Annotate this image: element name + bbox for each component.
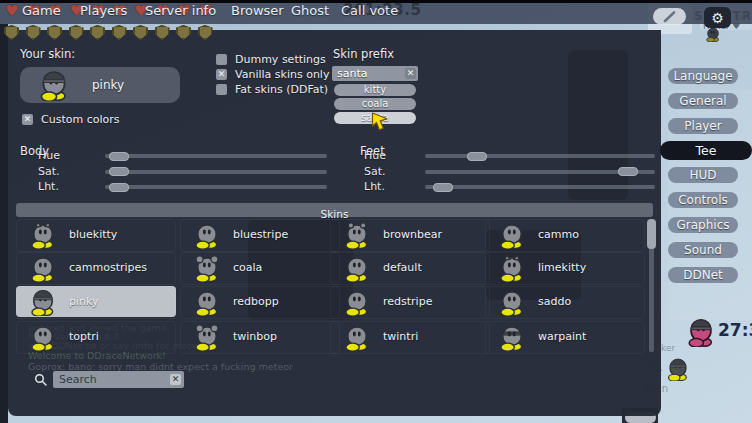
slider-track-body-hue[interactable] [105,154,327,158]
tab-general[interactable]: General [668,93,738,109]
skin-item-label: pinky [69,295,99,308]
skin-tee-icon-twintri [343,323,371,351]
slider-label-body-hue: Hue [38,149,60,162]
skin-item-twintri[interactable]: twintri [330,321,490,354]
heart-icon: ♥ [5,2,18,20]
clear-search-icon[interactable]: ✕ [170,374,181,385]
menu-item-call-vote[interactable]: Call vote [341,3,398,18]
skin-tee-icon-saddo [498,288,526,316]
background-map-label: ker [661,343,675,353]
slider-label-body-lht: Lht. [38,180,59,193]
skin-item-bluekitty[interactable]: bluekitty [16,219,176,252]
slider-handle-body-hue[interactable] [109,152,129,161]
current-skin-display[interactable]: pinky [20,67,180,103]
menu-item-players[interactable]: Players [80,3,127,18]
tab-hud[interactable]: HUD [668,167,738,183]
tab-sound[interactable]: Sound [668,242,738,258]
skin-item-warpaint[interactable]: warpaint [485,321,645,354]
skin-tee-icon-pinky [29,288,57,316]
slider-track-feet-hue[interactable] [425,154,655,158]
tab-player[interactable]: Player [668,118,738,134]
menu-item-game[interactable]: Game [22,3,61,18]
skin-item-cammostripes[interactable]: cammostripes [16,252,176,285]
menu-item-browser[interactable]: Browser [231,3,284,18]
skin-item-label: default [383,261,422,274]
search-input-value: Search [59,373,97,386]
search-input[interactable]: Search ✕ [53,371,184,388]
checkbox-label-dummy-settings: Dummy settings [235,53,326,66]
checkbox-label-vanilla-skins-only: Vanilla skins only [235,68,329,81]
prefix-option-coala[interactable]: coala [334,98,416,110]
settings-button[interactable]: ⚙ [704,7,731,28]
tab-controls[interactable]: Controls [668,192,738,208]
tab-graphics[interactable]: Graphics [668,217,738,233]
chat-line: Welcome to DDraceNetwork! [28,350,166,361]
checkbox-fat-skins-ddfat[interactable] [216,84,227,95]
skins-section-header: Skins [16,203,653,217]
skin-item-redbopp[interactable]: redbopp [180,286,340,319]
screen-left-edge [0,24,8,423]
map-bleedthrough [568,50,628,200]
slider-handle-feet-hue[interactable] [467,152,487,161]
gear-icon: ⚙ [711,10,724,26]
menu-item-server-info[interactable]: Server info [145,3,216,18]
skin-tee-icon-redstripe [343,288,371,316]
editor-button[interactable] [653,8,686,25]
skin-item-pinky[interactable]: pinky [16,286,176,319]
checkbox-vanilla-skins-only[interactable]: ✕ [216,69,227,80]
skin-tee-icon-limekitty [498,254,526,282]
mouse-cursor [371,112,390,136]
prefix-option-kitty[interactable]: kitty [334,84,416,96]
chat-line: Goprox: bano: sorry man didnt expect a f… [28,361,293,372]
skin-tee-icon-cammo [498,221,526,249]
skin-tee-icon-default [343,254,371,282]
skin-item-default[interactable]: default [330,252,490,285]
checkbox-label-fat-skins-ddfat: Fat skins (DDFat) [235,83,328,96]
skin-item-label: bluestripe [233,228,288,241]
skin-item-brownbear[interactable]: brownbear [330,219,490,252]
skin-item-label: bluekitty [69,228,117,241]
skin-prefix-input[interactable]: santa ✕ [332,66,418,81]
skin-item-coala[interactable]: coala [180,252,340,285]
spectate-timer-tee-icon [686,317,716,347]
tab-tee[interactable]: Tee [660,141,752,160]
slider-handle-feet-lht[interactable] [433,183,453,192]
skins-scrollbar-handle[interactable] [647,219,656,249]
skin-item-label: redbopp [233,295,279,308]
slider-track-body-lht[interactable] [105,185,327,189]
slider-label-feet-hue: Hue [364,149,386,162]
skin-item-saddo[interactable]: saddo [485,286,645,319]
tab-ddnet[interactable]: DDNet [668,267,738,283]
your-skin-label: Your skin: [20,47,75,61]
skin-item-label: twintri [383,330,418,343]
current-skin-tee-icon [38,69,70,101]
clear-prefix-icon[interactable]: ✕ [405,68,416,79]
checkbox-custom-colors[interactable]: ✕ [22,114,33,125]
skin-item-label: brownbear [383,228,442,241]
skin-item-label: cammostripes [69,261,147,274]
slider-label-body-sat: Sat. [38,165,60,178]
current-skin-name: pinky [92,78,124,92]
skin-item-label: twinbop [233,330,277,343]
skin-item-label: redstripe [383,295,432,308]
tab-language[interactable]: Language [668,68,738,84]
slider-track-body-sat[interactable] [105,170,327,174]
skin-tee-icon-coala [193,254,221,282]
skin-item-cammo[interactable]: cammo [485,219,645,252]
skin-tee-icon-brownbear [343,221,371,249]
slider-handle-body-sat[interactable] [109,167,129,176]
skin-item-limekitty[interactable]: limekitty [485,252,645,285]
skin-tee-icon-redbopp [193,288,221,316]
slider-track-feet-lht[interactable] [425,185,655,189]
skin-item-bluestripe[interactable]: bluestripe [180,219,340,252]
checkbox-dummy-settings[interactable] [216,54,227,65]
skin-tee-icon-bluekitty [29,221,57,249]
skin-item-redstripe[interactable]: redstripe [330,286,490,319]
close-button[interactable]: ✕ [733,10,749,26]
slider-label-feet-lht: Lht. [364,180,385,193]
slider-handle-body-lht[interactable] [109,183,129,192]
skin-item-label: limekitty [538,261,586,274]
slider-label-feet-sat: Sat. [364,165,386,178]
menu-item-ghost[interactable]: Ghost [291,3,329,18]
slider-handle-feet-sat[interactable] [618,167,638,176]
